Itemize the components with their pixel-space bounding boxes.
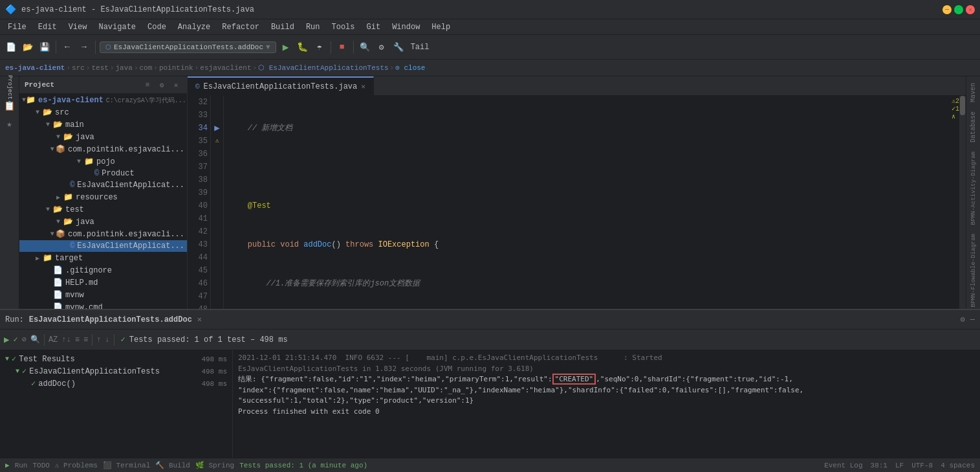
tree-item-help[interactable]: 📄 HELP.md <box>19 276 187 289</box>
menu-view[interactable]: View <box>63 21 93 33</box>
settings-panel-btn[interactable]: ⚙ <box>156 79 168 91</box>
tree-item-mvnw[interactable]: 📄 mvnw <box>19 289 187 301</box>
spring-btn[interactable]: 🌿 Spring <box>195 461 234 469</box>
run-status-icon[interactable]: ▶ <box>5 461 10 469</box>
up-btn[interactable]: ↑ <box>96 335 101 344</box>
console-line-4: "index":{"fragment":false,"name":"heima"… <box>238 385 975 396</box>
indent-label[interactable]: 4 spaces <box>941 462 975 469</box>
test-method-item[interactable]: ✓ addDoc() 498 ms <box>0 377 232 390</box>
inspect-btn[interactable]: 🔧 <box>391 40 406 54</box>
problems-btn[interactable]: ⚠ Problems <box>55 461 98 469</box>
breadcrumb-test[interactable]: test <box>91 64 108 72</box>
breadcrumb-pointink[interactable]: pointink <box>159 64 193 72</box>
tree-item-com-main[interactable]: ▼ 📦 com.pointink.esjavacli... <box>19 143 187 155</box>
sidebar-tab-bpmn2[interactable]: BPMN-Flowable-Diagram <box>969 230 978 311</box>
breadcrumb-method[interactable]: ⊙ close <box>395 63 425 72</box>
tree-item-java-main[interactable]: ▼ 📂 java <box>19 131 187 143</box>
close-button[interactable]: ✕ <box>966 5 975 14</box>
tree-item-com-test[interactable]: ▼ 📦 com.pointink.esjavacli... <box>19 228 187 240</box>
sidebar-icon-favorites[interactable]: ★ <box>1 115 18 132</box>
menu-navigate[interactable]: Navigate <box>93 21 141 33</box>
breadcrumb-class[interactable]: ⬡ EsJavaClientApplicationTests <box>258 63 388 72</box>
tab-close-btn[interactable]: ✕ <box>361 82 365 91</box>
collapse-tests-btn[interactable]: ≡ <box>83 335 88 344</box>
expand-btn[interactable]: ≡ <box>75 335 80 344</box>
sort-az-btn[interactable]: AZ <box>49 335 58 344</box>
tree-item-resources[interactable]: ▶ 📁 resources <box>19 191 187 203</box>
tree-item-gitignore[interactable]: 📄 .gitignore <box>19 264 187 276</box>
sidebar-icon-structure[interactable]: 📋 <box>1 97 18 114</box>
new-file-btn[interactable]: 📄 <box>4 40 18 54</box>
sidebar-tab-bpmn[interactable]: BPMN-Activity-Diagram <box>969 148 978 229</box>
run-btn[interactable]: ▶ <box>279 40 293 54</box>
menu-run[interactable]: Run <box>301 21 325 33</box>
menu-refactor[interactable]: Refactor <box>217 21 265 33</box>
menu-analyze[interactable]: Analyze <box>173 21 215 33</box>
save-btn[interactable]: 💾 <box>38 40 52 54</box>
open-btn[interactable]: 📂 <box>21 40 35 54</box>
tree-item-src[interactable]: ▼ 📂 src <box>19 106 187 118</box>
down-btn[interactable]: ↓ <box>105 335 109 344</box>
breadcrumb-java[interactable]: java <box>115 64 132 72</box>
rerun-btn[interactable]: ▶ <box>4 334 9 345</box>
tree-item-app-tests[interactable]: © EsJavaClientApplicat... <box>19 240 187 252</box>
run-status-btn[interactable]: Run <box>15 462 28 469</box>
debug-btn[interactable]: 🐛 <box>296 40 310 54</box>
test-results-header[interactable]: ▼ ✓ Test Results 498 ms <box>0 353 232 365</box>
close-panel-btn[interactable]: ✕ <box>170 79 182 91</box>
menu-git[interactable]: Git <box>362 21 386 33</box>
tab-main-file[interactable]: © EsJavaClientApplicationTests.java ✕ <box>188 76 374 96</box>
minimize-button[interactable]: — <box>942 5 952 14</box>
stop-btn[interactable]: ■ <box>335 40 349 54</box>
tree-item-product[interactable]: © Product <box>19 168 187 179</box>
encoding-label[interactable]: UTF-8 <box>911 462 933 469</box>
tree-item-target[interactable]: ▶ 📁 target <box>19 252 187 264</box>
settings-btn[interactable]: ⚙ <box>375 40 389 54</box>
run-gutter-icon[interactable]: ▶ <box>211 122 223 135</box>
scrollbar-thumb[interactable] <box>960 96 965 115</box>
event-log-btn[interactable]: Event Log <box>824 462 862 469</box>
tree-item-pojo[interactable]: ▼ 📁 pojo <box>19 155 187 168</box>
menu-tools[interactable]: Tools <box>327 21 360 33</box>
sort-btn2[interactable]: ↑↓ <box>61 335 71 344</box>
line-ending-label[interactable]: LF <box>895 462 904 469</box>
test-class-item[interactable]: ▼ ✓ EsJavaClientApplicationTests 498 ms <box>0 365 232 377</box>
search-btn[interactable]: 🔍 <box>358 40 372 54</box>
position-label[interactable]: 38:1 <box>871 462 887 469</box>
menu-window[interactable]: Window <box>387 21 425 33</box>
terminal-btn[interactable]: ⬛ Terminal <box>103 461 150 469</box>
tree-item-app-main[interactable]: © EsJavaClientApplicat... <box>19 179 187 191</box>
maximize-button[interactable]: □ <box>954 5 963 14</box>
tree-item-main[interactable]: ▼ 📂 main <box>19 118 187 131</box>
filter-btn[interactable]: ⊘ <box>22 335 27 344</box>
test-class-arrow: ▼ <box>16 368 19 375</box>
menu-code[interactable]: Code <box>142 21 171 33</box>
coverage-btn[interactable]: ☂ <box>312 40 327 54</box>
search-bottom-btn[interactable]: 🔍 <box>30 335 40 344</box>
breadcrumb-esjavaclient[interactable]: esjavaclient <box>200 64 251 72</box>
toggle-btn[interactable]: ✓ <box>13 335 17 344</box>
tree-item-java-test[interactable]: ▼ 📂 java <box>19 216 187 228</box>
run-config-dropdown[interactable]: ⬡ EsJavaClientApplicationTests.addDoc ▼ <box>100 41 276 53</box>
breadcrumb-com[interactable]: com <box>139 64 152 72</box>
breadcrumb-project[interactable]: es-java-client <box>5 64 65 72</box>
run-close[interactable]: ✕ <box>197 315 202 324</box>
menu-help[interactable]: Help <box>426 21 455 33</box>
forward-btn[interactable]: → <box>77 40 91 54</box>
tree-item-test[interactable]: ▼ 📂 test <box>19 203 187 216</box>
sidebar-icon-project[interactable]: Project <box>2 79 17 96</box>
menu-edit[interactable]: Edit <box>33 21 62 33</box>
build-btn[interactable]: 🔨 Build <box>155 461 190 469</box>
settings-bottom-btn[interactable]: ⚙ <box>961 315 965 324</box>
collapse-btn[interactable]: ≡ <box>142 79 153 91</box>
menu-file[interactable]: File <box>3 21 32 33</box>
menu-build[interactable]: Build <box>266 21 299 33</box>
todo-btn[interactable]: TODO <box>32 462 49 469</box>
sidebar-tab-database[interactable]: Database <box>968 107 978 146</box>
window-controls[interactable]: — □ ✕ <box>942 5 975 14</box>
collapse-bottom-btn[interactable]: — <box>970 315 975 324</box>
tree-item-root[interactable]: ▼ 📁 es-java-client C:\crazySA\学习代码... <box>19 94 187 106</box>
breadcrumb-src[interactable]: src <box>72 64 85 72</box>
sidebar-tab-maven[interactable]: Maven <box>968 79 978 106</box>
back-btn[interactable]: ← <box>60 40 74 54</box>
